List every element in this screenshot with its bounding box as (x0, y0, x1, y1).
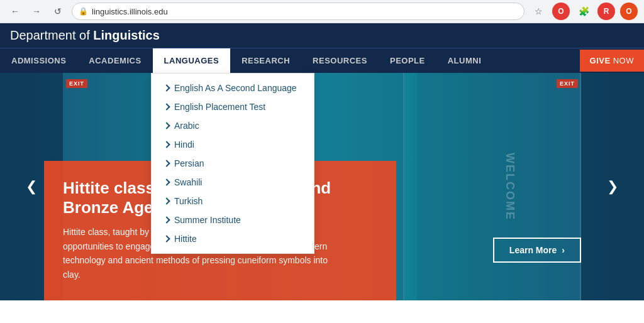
logo-prefix: Department of (10, 28, 93, 42)
dropdown-item-swahili[interactable]: Swahili (152, 173, 314, 192)
profile-button-o[interactable]: O (620, 3, 638, 20)
dropdown-item-arabic[interactable]: Arabic (152, 116, 314, 135)
hero-section: EXIT EXIT WELCOME ❮ ❯ Hittite class comb… (0, 73, 644, 300)
building-col-3 (417, 73, 581, 300)
profile-button-r[interactable]: R (597, 3, 615, 20)
welcome-sign-right: WELCOME (503, 153, 516, 221)
site-logo: Department of Linguistics (10, 28, 160, 43)
exit-sign-right: EXIT (557, 79, 578, 88)
give-label: GIVE (590, 56, 611, 65)
give-now-label: NOW (613, 56, 634, 65)
nav-item-languages[interactable]: LANGUAGES (153, 48, 231, 73)
reload-button[interactable]: ↺ (49, 3, 67, 20)
url-text: linguistics.illinois.edu (92, 7, 168, 16)
nav-item-research[interactable]: RESEARCH (230, 48, 301, 73)
learn-more-button[interactable]: Learn More › (493, 238, 581, 263)
browser-action-icons: ☆ O 🧩 R O (530, 3, 638, 20)
hero-next-button[interactable]: ❯ (581, 73, 644, 300)
lock-icon: 🔒 (79, 7, 88, 16)
dropdown-item-ept[interactable]: English Placement Test (152, 97, 314, 116)
browser-chrome: ← → ↺ 🔒 linguistics.illinois.edu ☆ O 🧩 R… (0, 0, 644, 23)
dropdown-item-turkish[interactable]: Turkish (152, 192, 314, 211)
dropdown-item-persian[interactable]: Persian (152, 154, 314, 173)
nav-item-academics[interactable]: ACADEMICS (77, 48, 152, 73)
extensions-button[interactable]: 🧩 (575, 3, 592, 20)
site-nav: ADMISSIONS ACADEMICS LANGUAGES RESEARCH … (0, 48, 644, 73)
extension-button-1[interactable]: O (552, 3, 570, 20)
nav-item-admissions[interactable]: ADMISSIONS (0, 48, 77, 73)
site-header: Department of Linguistics (0, 23, 644, 48)
address-bar[interactable]: 🔒 linguistics.illinois.edu (72, 3, 525, 20)
hero-background: EXIT EXIT WELCOME ❮ ❯ Hittite class comb… (0, 73, 644, 300)
logo-bold: Linguistics (93, 28, 160, 42)
dropdown-item-summer[interactable]: Summer Institute (152, 211, 314, 229)
exit-sign-left: EXIT (66, 79, 87, 88)
dropdown-item-esl[interactable]: English As A Second Language (152, 79, 314, 97)
nav-item-alumni[interactable]: ALUMNI (436, 48, 493, 73)
dropdown-item-hittite[interactable]: Hittite (152, 229, 314, 248)
back-button[interactable]: ← (6, 3, 24, 20)
forward-button[interactable]: → (28, 3, 45, 20)
browser-top-bar: ← → ↺ 🔒 linguistics.illinois.edu ☆ O 🧩 R… (0, 0, 644, 23)
languages-dropdown: English As A Second Language English Pla… (151, 73, 314, 254)
learn-more-label: Learn More (509, 245, 557, 255)
nav-item-people[interactable]: PEOPLE (379, 48, 436, 73)
learn-more-chevron-icon: › (562, 245, 565, 255)
bookmark-button[interactable]: ☆ (530, 3, 547, 20)
browser-nav-controls: ← → ↺ (6, 3, 67, 20)
nav-item-resources[interactable]: RESOURCES (301, 48, 379, 73)
dropdown-item-hindi[interactable]: Hindi (152, 135, 314, 154)
nav-give-button[interactable]: GIVE NOW (580, 50, 644, 72)
